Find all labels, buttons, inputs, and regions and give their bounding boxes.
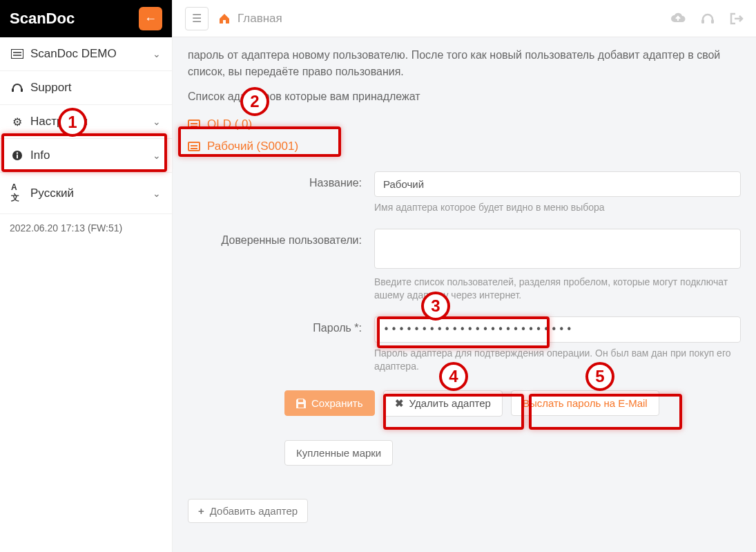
back-button[interactable]: ← (139, 7, 162, 30)
info-paragraph: пароль от адаптера новому пользователю. … (188, 47, 741, 80)
delete-button-label: Удалить адаптер (409, 397, 491, 409)
menu-toggle-button[interactable]: ☰ (185, 7, 209, 30)
cloud-upload-icon[interactable] (670, 12, 686, 25)
hamburger-icon: ☰ (192, 12, 202, 25)
password-label: Пароль *: (188, 316, 374, 334)
svg-rect-9 (711, 19, 714, 23)
language-icon: A文 (11, 182, 23, 204)
send-password-label: Выслать пароль на E-Mail (523, 397, 648, 409)
add-adapter-label: Добавить адаптер (210, 505, 298, 517)
chevron-down-icon: ⌄ (153, 150, 161, 161)
adapter-icon (188, 142, 200, 151)
chevron-down-icon: ⌄ (153, 48, 161, 59)
svg-rect-4 (21, 88, 23, 92)
sidebar-item-scandoc-demo[interactable]: ScanDoc DEMO ⌄ (0, 37, 172, 71)
sidebar: ScanDoc ← ScanDoc DEMO ⌄ Support ⚙ Настр… (0, 0, 173, 552)
password-help: Пароль адаптера для подтверждения операц… (374, 347, 741, 374)
version-text: 2022.06.20 17:13 (FW:51) (0, 214, 172, 242)
save-button-label: Сохранить (311, 397, 363, 409)
sidebar-item-language[interactable]: A文 Русский ⌄ (0, 173, 172, 214)
sidebar-item-support[interactable]: Support (0, 71, 172, 105)
form-row-trusted: Доверенные пользователи: Введите список … (188, 229, 741, 303)
button-row: Сохранить ✖ Удалить адаптер Выслать паро… (284, 390, 741, 417)
name-help: Имя адаптера которое будет видно в меню … (374, 201, 741, 215)
trusted-label: Доверенные пользователи: (188, 229, 374, 247)
arrow-left-icon: ← (144, 12, 157, 26)
close-icon: ✖ (395, 397, 404, 410)
svg-point-6 (17, 152, 18, 153)
purchased-brands-button[interactable]: Купленные марки (284, 440, 393, 466)
sidebar-item-label: ScanDoc DEMO (30, 47, 117, 61)
trusted-help: Введите список пользователей, разделяя п… (374, 276, 741, 303)
svg-rect-3 (12, 88, 14, 92)
sidebar-item-info[interactable]: Info ⌄ (0, 139, 172, 173)
info-icon (11, 150, 23, 161)
svg-rect-7 (17, 155, 18, 159)
trusted-users-input[interactable] (374, 229, 741, 269)
logout-icon[interactable] (730, 12, 744, 25)
svg-rect-8 (701, 19, 704, 23)
brand-title: ScanDoc (10, 10, 75, 28)
main-area: ☰ Главная пароль от адаптера новому поль… (173, 0, 756, 552)
plus-icon: + (198, 505, 204, 517)
adapter-link-old[interactable]: OLD ( 0) (188, 113, 741, 135)
breadcrumb: Главная (218, 12, 282, 26)
adapter-icon (188, 120, 200, 129)
form-row-password: Пароль *: Пароль адаптера для подтвержде… (188, 316, 741, 374)
adapter-label: Рабочий (S0001) (207, 140, 298, 153)
adapter-label: OLD ( 0) (207, 117, 252, 131)
svg-rect-0 (11, 49, 23, 59)
brands-label: Купленные марки (296, 447, 381, 459)
headset-icon[interactable] (701, 12, 715, 25)
sidebar-item-label: Русский (30, 187, 74, 200)
headset-icon (11, 82, 23, 93)
adapter-icon (11, 49, 23, 59)
add-adapter-button[interactable]: + Добавить адаптер (188, 499, 308, 523)
home-icon[interactable] (218, 13, 231, 24)
content: пароль от адаптера новому пользователю. … (173, 37, 756, 538)
save-icon (296, 399, 306, 408)
gear-icon: ⚙ (11, 115, 23, 129)
chevron-down-icon: ⌄ (153, 188, 161, 199)
delete-adapter-button[interactable]: ✖ Удалить адаптер (383, 390, 503, 417)
password-input[interactable] (374, 316, 741, 343)
adapter-link-current[interactable]: Рабочий (S0001) (188, 135, 741, 158)
sidebar-item-label: Support (30, 81, 72, 95)
chevron-down-icon: ⌄ (153, 116, 161, 127)
name-label: Название: (188, 171, 374, 189)
sidebar-item-settings[interactable]: ⚙ Настройки ⌄ (0, 105, 172, 139)
form-row-name: Название: Имя адаптера которое будет вид… (188, 171, 741, 215)
breadcrumb-home[interactable]: Главная (238, 12, 282, 26)
send-password-button[interactable]: Выслать пароль на E-Mail (511, 390, 659, 416)
name-input[interactable] (374, 171, 741, 197)
sidebar-header: ScanDoc ← (0, 0, 172, 37)
topbar: ☰ Главная (173, 0, 756, 37)
adapter-list-title: Список адаптеров которые вам принадлежат (188, 88, 741, 105)
svg-rect-11 (298, 404, 304, 408)
svg-rect-10 (298, 399, 303, 402)
sidebar-item-label: Настройки (30, 115, 88, 129)
sidebar-item-label: Info (30, 149, 50, 162)
save-button[interactable]: Сохранить (284, 390, 375, 416)
